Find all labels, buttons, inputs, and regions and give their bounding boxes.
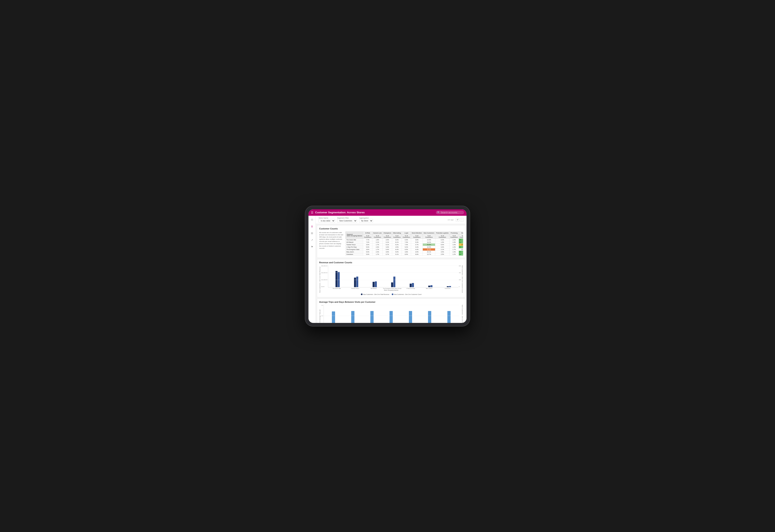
data-cell: 2.1% <box>435 248 450 251</box>
menu-icon[interactable]: ☰ <box>311 211 314 214</box>
data-cell: 3.6% <box>383 251 392 253</box>
trips-chart-title: Average Trips and Days Between Visits pe… <box>319 301 463 303</box>
th-sub-cannot-lose: % ofCustomers <box>372 234 382 239</box>
data-cell: 0.0% <box>392 239 402 241</box>
table-row[interactable]: Grasstown5.9%1.7%6.7%9.1%8.5%6.8%15.7%2.… <box>346 253 463 255</box>
content-area: Store Name is any value Segment Filter N… <box>316 216 466 323</box>
bar-group <box>328 271 347 287</box>
refresh-button[interactable]: ↺ <box>456 218 459 222</box>
store-name-cell: 420 Blazeit <box>346 241 363 243</box>
th-visitor[interactable]: Visitor <box>459 231 463 234</box>
data-cell: 7.3% <box>402 241 411 243</box>
th-loyal[interactable]: Loyal <box>402 231 411 234</box>
settings-button[interactable]: ⋮ <box>460 218 464 222</box>
th-cannot-lose[interactable]: Cannot Lose <box>372 231 382 234</box>
store-name-cell: 1 Stop Pot Shop <box>346 246 363 248</box>
revenue-bar <box>391 282 393 287</box>
chart2-y-label-left: New Customers - Dim Crm Average Trips pe… <box>319 305 321 323</box>
th-champions[interactable]: Champions <box>383 231 392 234</box>
th-sub-hibernating: % ofCustomers <box>392 234 402 239</box>
data-cell: 18.2% <box>423 241 435 243</box>
data-cell: 1.5% <box>450 251 459 253</box>
table-row[interactable]: 420 Blazeit7.2%2.1%0.1%8.1%7.3%5.3%18.2%… <box>346 241 463 243</box>
x-label: The Green Mile <box>327 287 346 289</box>
data-cell: 0.3% <box>402 239 411 241</box>
segment-filter-select[interactable]: New Customers <box>337 219 357 223</box>
data-cell: 1.7% <box>372 243 382 246</box>
bar-group <box>347 277 365 287</box>
th-need-attention[interactable]: Need Attention <box>411 231 423 234</box>
th-new-customers[interactable]: New Customers <box>423 231 435 234</box>
sidebar-icon-grid[interactable]: ⊞ <box>310 231 314 235</box>
x-label: The Evergreen State Store Grouping Names <box>383 287 401 289</box>
th-sub-new-customers: % ofCustomers <box>423 234 435 239</box>
store-name-filter-group: Store Name is any value <box>319 217 335 223</box>
sidebar-icon-export[interactable]: ↗ <box>310 238 314 242</box>
trips-bar <box>370 311 374 323</box>
data-cell: 3.5% <box>363 243 372 246</box>
th-promising[interactable]: Promising <box>450 231 459 234</box>
table-row[interactable]: The Green Mile7.7%1.6%3.4%0.0%0.3%3.8%14… <box>346 239 463 241</box>
count-bar <box>412 283 414 287</box>
revenue-bar <box>447 286 449 287</box>
data-cell: 6.5% <box>402 248 411 251</box>
legend-dot-count <box>392 293 393 295</box>
sidebar-icon-flag[interactable]: ⚑ <box>310 245 314 249</box>
aggregation-select[interactable]: By Store <box>359 219 373 223</box>
legend-label-count: New Customers - Dim Crm Customer Count <box>394 294 422 295</box>
store-name-label: Store Name <box>319 217 335 219</box>
th-potential-loyalists[interactable]: Potential Loyalists <box>435 231 450 234</box>
store-name-cell: Toasted Tony's <box>346 243 363 246</box>
revenue-chart-title: Revenue and Customer Counts <box>319 261 463 264</box>
sidebar-icon-analytics[interactable]: ⧖ <box>310 224 314 229</box>
table-row[interactable]: Toasted Tony's3.5%1.7%8.1%6.2%7.0%3.7%30… <box>346 243 463 246</box>
data-cell: 2.3% <box>372 246 382 248</box>
data-cell: 7.2% <box>363 241 372 243</box>
bar-group <box>362 311 381 323</box>
aggregation-label: Aggregation <box>359 217 373 219</box>
data-cell: 1.7% <box>450 248 459 251</box>
data-cell: 5.3% <box>411 241 423 243</box>
data-cell: 5.0% <box>363 251 372 253</box>
th-sub-potential: % ofCustomers <box>435 234 450 239</box>
trips-chart-section: Average Trips and Days Between Visits pe… <box>317 299 465 323</box>
th-sub-champions: % ofCustomers <box>383 234 392 239</box>
sidebar-icon-home[interactable]: ◎ <box>310 217 314 222</box>
data-cell: 16.3% <box>423 246 435 248</box>
data-cell: 45.1% <box>459 239 463 241</box>
table-row[interactable]: Mary Jane's5.0%2.4%3.6%5.0%4.8%3.9%20.1%… <box>346 251 463 253</box>
data-cell: 4.4% <box>411 248 423 251</box>
data-cell: 25.4% <box>459 243 463 246</box>
count-bar <box>338 272 340 287</box>
th-at-risk[interactable]: At Risk <box>363 231 372 234</box>
data-table: SegmentStore Grouping Names At Risk Cann… <box>345 231 463 256</box>
data-cell: 8.1% <box>383 243 392 246</box>
table-row[interactable]: The Evergreen State3.6%1.7%5.4%6.4%6.5%4… <box>346 248 463 251</box>
legend-dot-revenue <box>361 293 363 295</box>
data-cell: 1.6% <box>372 239 382 241</box>
tablet-shell: ☰ Customer Segmentation: Across Stores 🔍… <box>305 206 470 327</box>
chart2-y-label-right: New Customers - Dim Crm Avg Days Between… <box>462 305 463 323</box>
data-cell: 33.6% <box>459 241 463 243</box>
data-cell: 3.4% <box>435 246 450 248</box>
data-cell: 20.1% <box>459 248 463 251</box>
store-name-select[interactable]: is any value <box>319 219 335 223</box>
chart2-plot <box>324 305 458 323</box>
count-bar <box>393 277 395 287</box>
revenue-bar <box>410 284 412 287</box>
data-cell: 3.5% <box>435 251 450 253</box>
th-hibernating[interactable]: Hibernating <box>392 231 402 234</box>
search-input[interactable] <box>436 211 464 214</box>
store-name-cell: Grasstown <box>346 253 363 255</box>
chart1-y-label-left: New Customers - Dim Crm Total Revenue <box>319 265 321 293</box>
data-cell: 5.0% <box>363 246 372 248</box>
table-section: All counts are of customers with at leas… <box>319 231 463 256</box>
table-row[interactable]: 1 Stop Pot Shop5.0%2.3%3.4%4.5%5.2%3.2%1… <box>346 246 463 248</box>
trips-bar <box>332 311 335 323</box>
data-cell: 3.2% <box>411 246 423 248</box>
x-label: Toasted Tony's <box>346 287 365 289</box>
data-cell: 20.1% <box>423 251 435 253</box>
th-sub-at-risk: % ofCustomers <box>363 234 372 239</box>
data-cell: 1.7% <box>372 248 382 251</box>
sidebar: ◎ ⧖ ⊞ ↗ ⚑ <box>309 216 316 323</box>
